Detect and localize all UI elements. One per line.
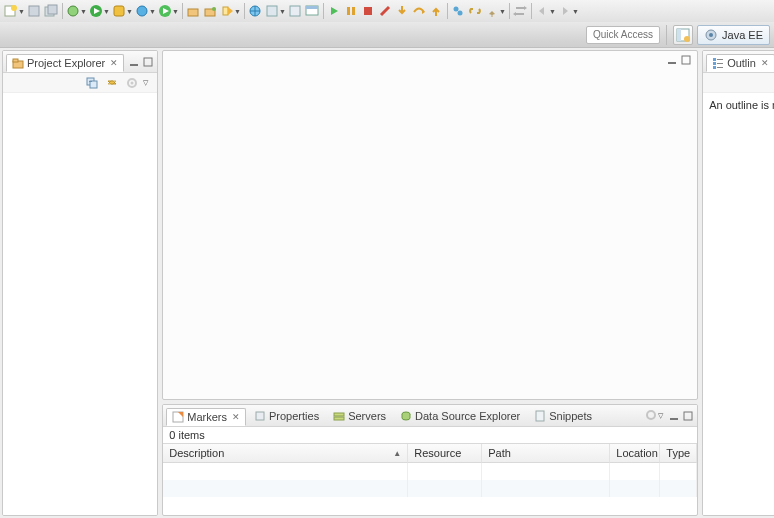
editor-area [162, 50, 698, 400]
svg-rect-53 [334, 417, 344, 420]
project-explorer-title: Project Explorer [27, 57, 105, 69]
annotate-icon[interactable] [264, 3, 280, 19]
svg-rect-34 [677, 29, 681, 41]
breakpoints-icon[interactable] [450, 3, 466, 19]
web-browser-icon[interactable] [247, 3, 263, 19]
save-all-icon[interactable] [43, 3, 59, 19]
run-last-icon[interactable] [134, 3, 150, 19]
project-explorer-toolbar: ▽ [3, 73, 157, 93]
close-icon[interactable]: ✕ [110, 58, 118, 68]
svg-rect-40 [130, 64, 138, 66]
pause-icon[interactable] [343, 3, 359, 19]
markers-icon [172, 411, 184, 423]
outline-tabrow: Outlin ✕ Task L [703, 51, 774, 73]
new-server-icon[interactable] [185, 3, 201, 19]
pin-icon[interactable] [484, 3, 500, 19]
new-wizard-icon[interactable] [3, 3, 19, 19]
open-perspective-button[interactable] [673, 25, 693, 45]
dropdown-icon[interactable]: ▼ [549, 8, 555, 15]
dropdown-icon[interactable]: ▼ [572, 8, 578, 15]
dropdown-icon[interactable]: ▼ [18, 8, 24, 15]
svg-point-37 [709, 33, 713, 37]
col-description[interactable]: Description▲ [163, 444, 408, 463]
table-row [163, 463, 697, 480]
external-tools-icon[interactable] [157, 3, 173, 19]
svg-rect-24 [364, 7, 372, 15]
perspective-java-ee[interactable]: Java EE [697, 25, 770, 45]
tab-properties-label: Properties [269, 410, 319, 422]
maximize-view-icon[interactable] [682, 410, 694, 422]
debug-icon[interactable] [111, 3, 127, 19]
open-type-icon[interactable] [202, 3, 218, 19]
dropdown-icon[interactable]: ▼ [126, 8, 132, 15]
save-icon[interactable] [26, 3, 42, 19]
svg-rect-8 [114, 6, 124, 16]
build-icon[interactable] [65, 3, 81, 19]
svg-point-1 [11, 5, 17, 11]
svg-rect-52 [334, 413, 344, 416]
tab-properties[interactable]: Properties [248, 407, 325, 425]
dropdown-icon[interactable]: ▼ [279, 8, 285, 15]
forward-icon[interactable] [557, 3, 573, 19]
col-type[interactable]: Type [660, 444, 697, 463]
toggle-icon[interactable] [512, 3, 528, 19]
col-location[interactable]: Location [610, 444, 660, 463]
close-icon[interactable]: ✕ [761, 58, 769, 68]
minimize-editor-icon[interactable] [666, 54, 678, 66]
stop-icon[interactable] [360, 3, 376, 19]
tab-snippets[interactable]: Snippets [528, 407, 598, 425]
svg-rect-47 [668, 62, 676, 64]
col-resource[interactable]: Resource [408, 444, 482, 463]
svg-point-5 [68, 6, 78, 16]
tab-data-source-explorer[interactable]: Data Source Explorer [394, 407, 526, 425]
svg-point-26 [454, 7, 459, 12]
table-row [163, 480, 697, 497]
tab-dse-label: Data Source Explorer [415, 410, 520, 422]
view-filter-icon[interactable] [645, 409, 658, 422]
step-over-icon[interactable] [411, 3, 427, 19]
svg-rect-60 [713, 62, 716, 65]
focus-task-icon[interactable] [125, 76, 139, 90]
resume-icon[interactable] [326, 3, 342, 19]
minimize-view-icon[interactable] [128, 56, 140, 68]
svg-rect-61 [713, 66, 716, 69]
quick-access-input[interactable] [586, 26, 660, 44]
back-icon[interactable] [534, 3, 550, 19]
maximize-editor-icon[interactable] [680, 54, 692, 66]
dropdown-icon[interactable]: ▼ [234, 8, 240, 15]
tab-outline[interactable]: Outlin ✕ [706, 54, 774, 72]
window-icon[interactable] [304, 3, 320, 19]
dropdown-icon[interactable]: ▼ [499, 8, 505, 15]
view-menu-icon[interactable]: ▽ [658, 412, 664, 420]
svg-marker-30 [513, 12, 516, 16]
tab-project-explorer[interactable]: Project Explorer ✕ [6, 54, 124, 72]
open-task-icon[interactable] [219, 3, 235, 19]
close-icon[interactable]: ✕ [232, 412, 240, 422]
svg-rect-22 [347, 7, 350, 15]
maximize-view-icon[interactable] [142, 56, 154, 68]
svg-rect-18 [290, 6, 300, 16]
dropdown-icon[interactable]: ▼ [103, 8, 109, 15]
dropdown-icon[interactable]: ▼ [149, 8, 155, 15]
svg-point-9 [137, 6, 147, 16]
svg-rect-55 [536, 411, 544, 421]
perspective-label: Java EE [722, 29, 763, 41]
svg-marker-31 [539, 7, 544, 15]
task-icon[interactable] [287, 3, 303, 19]
link-editor-icon[interactable] [467, 3, 483, 19]
col-path[interactable]: Path [482, 444, 610, 463]
markers-column-headers: Description▲ Resource Path Location Type [163, 443, 697, 463]
disconnect-icon[interactable] [377, 3, 393, 19]
run-icon[interactable] [88, 3, 104, 19]
tab-servers[interactable]: Servers [327, 407, 392, 425]
dropdown-icon[interactable]: ▼ [80, 8, 86, 15]
minimize-view-icon[interactable] [668, 410, 680, 422]
collapse-all-icon[interactable] [85, 76, 99, 90]
dropdown-icon[interactable]: ▼ [172, 8, 178, 15]
svg-rect-23 [352, 7, 355, 15]
step-return-icon[interactable] [428, 3, 444, 19]
view-menu-icon[interactable]: ▽ [143, 79, 149, 87]
link-with-editor-icon[interactable] [105, 76, 119, 90]
tab-markers[interactable]: Markers ✕ [166, 408, 246, 426]
step-into-icon[interactable] [394, 3, 410, 19]
